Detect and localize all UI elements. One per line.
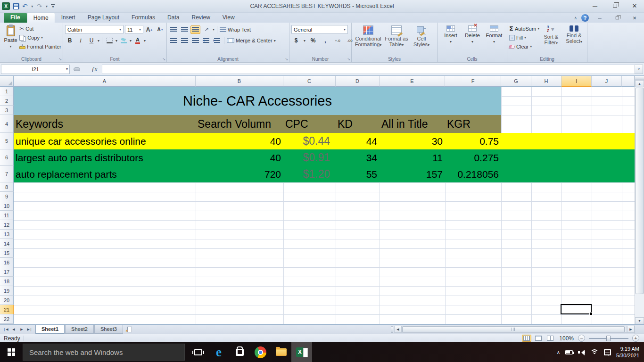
minimize-button[interactable] <box>588 1 602 10</box>
formula-input[interactable] <box>102 65 635 74</box>
redo-dropdown-icon[interactable] <box>45 5 48 8</box>
cell-c5[interactable]: $0.44 <box>283 133 336 149</box>
column-header-partial[interactable] <box>622 76 635 87</box>
restore-button[interactable] <box>608 1 621 10</box>
spreadsheet-grid[interactable]: Niche- CAR Accessories Keywords Search V… <box>0 76 635 324</box>
taskbar-search-input[interactable]: Search the web and Windows <box>23 344 185 361</box>
column-header-E[interactable]: E <box>380 76 445 87</box>
align-center-button[interactable] <box>180 36 189 45</box>
row-header-15[interactable]: 15 <box>0 248 14 258</box>
row-header-19[interactable]: 19 <box>0 286 14 296</box>
next-sheet-icon[interactable] <box>18 326 25 333</box>
delete-cells-button[interactable]: Delete <box>462 24 483 55</box>
bold-button[interactable]: B <box>65 36 74 45</box>
action-center-icon[interactable] <box>604 349 611 355</box>
format-as-table-button[interactable]: Format as Table <box>384 24 409 55</box>
select-all-corner[interactable] <box>0 76 14 87</box>
tab-insert[interactable]: Insert <box>55 13 82 23</box>
workbook-minimize-button[interactable] <box>594 15 605 21</box>
row-header-17[interactable]: 17 <box>0 267 14 277</box>
cell-header-all-in-title[interactable]: All in Title <box>380 115 445 133</box>
cell-styles-button[interactable]: Cell Styles <box>410 24 433 55</box>
orientation-button[interactable] <box>202 25 211 34</box>
normal-view-button[interactable] <box>522 335 531 342</box>
minimize-ribbon-icon[interactable] <box>574 16 577 20</box>
wrap-text-button[interactable]: Wrap Text <box>220 25 251 34</box>
scroll-right-icon[interactable] <box>627 326 635 333</box>
merge-center-button[interactable]: Merge & Center <box>227 36 276 45</box>
zoom-level[interactable]: 100% <box>559 335 574 342</box>
paste-button[interactable]: Paste <box>2 24 19 51</box>
sheet-tab-sheet2[interactable]: Sheet2 <box>65 325 94 334</box>
tab-page-layout[interactable]: Page Layout <box>82 13 125 23</box>
tab-formulas[interactable]: Formulas <box>125 13 161 23</box>
fill-color-button[interactable] <box>119 36 128 45</box>
zoom-in-icon[interactable] <box>632 335 639 342</box>
font-color-button[interactable] <box>133 36 142 45</box>
find-select-button[interactable]: Find & Select <box>562 24 586 55</box>
copy-button[interactable]: Copy <box>19 33 61 42</box>
column-header-F[interactable]: F <box>445 76 501 87</box>
number-format-select[interactable]: General <box>291 25 348 34</box>
row-header-7[interactable]: 7 <box>0 166 14 182</box>
cell-header-kgr[interactable]: KGR <box>445 115 501 133</box>
column-header-H[interactable]: H <box>531 76 561 87</box>
cell-b7[interactable]: 720 <box>196 166 283 182</box>
page-break-view-button[interactable] <box>545 335 555 342</box>
row-header-12[interactable]: 12 <box>0 220 14 230</box>
increase-decimal-icon[interactable]: +.0 <box>333 36 342 45</box>
align-left-button[interactable] <box>169 36 178 45</box>
tab-review[interactable]: Review <box>185 13 216 23</box>
column-header-D[interactable]: D <box>336 76 380 87</box>
cell-c6[interactable]: $0.91 <box>283 149 336 166</box>
row-header-4[interactable]: 4 <box>0 115 14 133</box>
cell-f6[interactable]: 0.275 <box>445 149 501 166</box>
underline-button[interactable]: U <box>87 36 96 45</box>
cell-header-keywords[interactable]: Keywords <box>14 115 196 133</box>
battery-icon[interactable] <box>565 350 573 354</box>
wifi-icon[interactable] <box>590 349 599 355</box>
align-right-button[interactable] <box>190 36 200 45</box>
cell-a7[interactable]: auto replacement parts <box>14 166 196 182</box>
cell-header-cpc[interactable]: CPC <box>283 115 336 133</box>
last-sheet-icon[interactable]: ▶❘ <box>26 326 33 333</box>
percent-style-button[interactable]: % <box>308 36 318 45</box>
row-header-20[interactable]: 20 <box>0 296 14 305</box>
chrome-button[interactable] <box>250 342 271 362</box>
cell-d5[interactable]: 44 <box>336 133 380 149</box>
row-header-6[interactable]: 6 <box>0 149 14 166</box>
insert-cells-button[interactable]: Insert <box>440 24 461 55</box>
autosum-button[interactable]: AutoSum <box>509 24 539 33</box>
sheet-tab-sheet1[interactable]: Sheet1 <box>35 325 65 334</box>
store-button[interactable] <box>229 342 250 362</box>
horizontal-scroll-thumb[interactable] <box>402 326 625 332</box>
name-box-dropdown-icon[interactable] <box>66 67 68 71</box>
cut-button[interactable]: Cut <box>19 24 61 33</box>
column-header-A[interactable]: A <box>14 76 196 87</box>
row-header-8[interactable]: 8 <box>0 182 14 192</box>
alignment-dialog-launcher[interactable] <box>285 58 288 61</box>
cell-e7[interactable]: 157 <box>380 166 445 182</box>
fill-button[interactable]: Fill <box>509 33 539 42</box>
page-layout-view-button[interactable] <box>534 335 543 342</box>
expand-formula-bar-icon[interactable] <box>635 65 643 74</box>
vertical-split-handle[interactable] <box>635 76 644 80</box>
cell-a5[interactable]: unique car accessories online <box>14 133 196 149</box>
font-size-select[interactable]: 11 <box>125 25 143 34</box>
row-header-22[interactable]: 22 <box>0 314 14 324</box>
row-header-1[interactable]: 1 <box>0 87 14 96</box>
cell-header-volume[interactable]: Search Volumn <box>196 115 283 133</box>
italic-button[interactable]: I <box>76 36 85 45</box>
cell-title[interactable]: Niche- CAR Accessories <box>14 87 501 115</box>
column-header-I[interactable]: I <box>561 76 592 87</box>
scroll-left-icon[interactable] <box>394 326 402 333</box>
cell-f7[interactable]: 0.218056 <box>445 166 501 182</box>
cell-b6[interactable]: 40 <box>196 149 283 166</box>
cell-a6[interactable]: largest auto parts distributors <box>14 149 196 166</box>
undo-dropdown-icon[interactable] <box>31 5 34 8</box>
tray-expand-icon[interactable] <box>557 350 560 355</box>
horizontal-split-handle[interactable] <box>391 326 393 333</box>
edge-button[interactable] <box>208 342 229 362</box>
comma-style-button[interactable]: , <box>321 36 330 45</box>
excel-taskbar-button[interactable] <box>291 342 312 362</box>
